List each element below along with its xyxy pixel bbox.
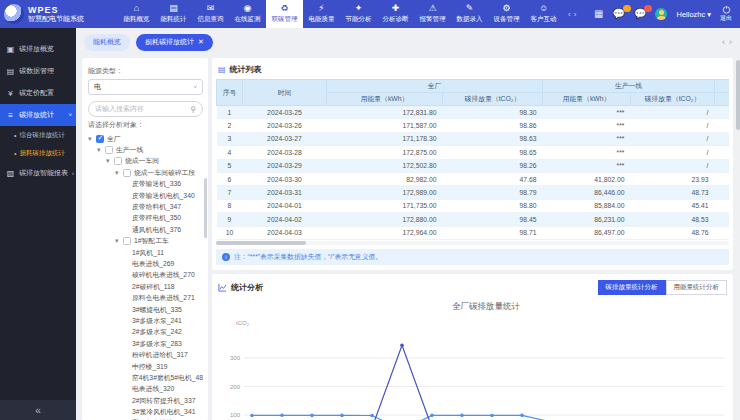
- sidebar-item-0[interactable]: ▣碳排放概览: [0, 38, 76, 60]
- user-menu[interactable]: Hellozhc ▾: [676, 10, 711, 19]
- vscroll-thumb[interactable]: [736, 60, 740, 130]
- search-icon: ⚲: [190, 105, 196, 114]
- nav-arrow-right-icon[interactable]: ›: [574, 10, 577, 19]
- tree-checkbox[interactable]: [96, 135, 104, 143]
- tree-node-9[interactable]: ▾1#智配工车: [88, 236, 203, 247]
- tree-node-17[interactable]: 2#多级水泵_242: [88, 327, 203, 338]
- data-point-series-indigo[interactable]: [400, 343, 404, 347]
- tree-caret-icon[interactable]: ▾: [115, 169, 123, 177]
- tree-scrollbar[interactable]: [204, 178, 207, 238]
- tree-node-19[interactable]: 粉碎机进给机_317: [88, 349, 203, 360]
- bullet-icon: •: [14, 132, 16, 139]
- data-point-series-lightblue[interactable]: [520, 414, 524, 418]
- stats-table-title: 统计列表: [230, 64, 262, 75]
- tree-checkbox[interactable]: [123, 237, 131, 245]
- data-point-series-lightblue[interactable]: [280, 414, 284, 418]
- sidebar-item-2[interactable]: ¥碳定价配置: [0, 82, 76, 104]
- tree-checkbox[interactable]: [114, 157, 122, 165]
- table-hscrollbar[interactable]: [216, 241, 729, 245]
- apps-grid-icon[interactable]: ▦: [594, 9, 603, 19]
- tree-caret-icon[interactable]: ▾: [97, 146, 105, 154]
- data-point-series-lightblue[interactable]: [430, 414, 434, 418]
- nav-item-7[interactable]: ✚分析诊断: [377, 0, 414, 28]
- sidebar-item-4[interactable]: ▧碳排放智能报表›: [0, 162, 76, 184]
- tab-arrow-left-icon[interactable]: ‹: [722, 37, 725, 47]
- data-point-series-lightblue[interactable]: [340, 414, 344, 418]
- tree-search-input[interactable]: 请输入搜索内容 ⚲: [88, 101, 203, 117]
- tree-node-20[interactable]: 中控楼_319: [88, 361, 203, 372]
- tree-node-14[interactable]: 原料仓电表进线_271: [88, 292, 203, 303]
- sidebar-subitem-3-0[interactable]: •综合碳排放统计: [0, 126, 76, 144]
- sidebar-item-1[interactable]: ▤碳数据管理: [0, 60, 76, 82]
- nav-arrow-left-icon[interactable]: ‹: [568, 10, 571, 19]
- tree-node-2[interactable]: ▾烧成一车间: [88, 156, 203, 167]
- sidebar-caret-icon: ˅: [68, 112, 72, 118]
- tree-node-6[interactable]: 皮带给料机_347: [88, 201, 203, 212]
- tree-node-5[interactable]: 皮带输送机电机_340: [88, 190, 203, 201]
- nav-item-8[interactable]: ⚠报警管理: [414, 0, 451, 28]
- tree-node-18[interactable]: 3#多级水泵_283: [88, 338, 203, 349]
- notification-icon[interactable]: 💬: [634, 9, 646, 19]
- nav-item-2[interactable]: ✉信息查询: [192, 0, 229, 28]
- tree-node-10[interactable]: 1#风机_11: [88, 247, 203, 258]
- tree-node-21[interactable]: 窑4机3#磨机5#电机_48: [88, 372, 203, 383]
- chart-button-1[interactable]: 用能量统计分析: [666, 280, 728, 295]
- energy-type-select[interactable]: 电 ˅: [88, 79, 203, 95]
- tab-close-icon[interactable]: ✕: [198, 38, 204, 46]
- nav-item-11[interactable]: ☺客户互动: [525, 0, 562, 28]
- chart-button-0[interactable]: 碳排放量统计分析: [598, 280, 666, 295]
- tree-node-24[interactable]: 3#篦冷风机电机_341: [88, 406, 203, 417]
- message-icon[interactable]: 💬: [613, 9, 625, 19]
- nav-item-6[interactable]: ✦节能分析: [340, 0, 377, 28]
- tree-node-16[interactable]: 3#多级水泵_241: [88, 315, 203, 326]
- tree-node-15[interactable]: 3#螺旋电机_335: [88, 304, 203, 315]
- nav-item-0[interactable]: ⌂能耗概览: [118, 0, 155, 28]
- tree-checkbox[interactable]: [105, 146, 113, 154]
- page-tab-0[interactable]: 能耗概览: [84, 34, 130, 51]
- user-avatar[interactable]: [655, 8, 667, 20]
- main-scrollbar[interactable]: [735, 58, 740, 420]
- data-point-series-lightblue[interactable]: [310, 414, 314, 418]
- hscroll-thumb[interactable]: [216, 241, 306, 245]
- data-point-series-lightblue[interactable]: [370, 414, 374, 418]
- tree-node-label: 3#螺旋电机_335: [132, 305, 182, 315]
- nav-item-label: 节能分析: [346, 15, 372, 24]
- tree-node-7[interactable]: 皮带秤电机_350: [88, 213, 203, 224]
- sidebar-collapse-button[interactable]: «: [0, 400, 76, 420]
- table-cell: 98.63: [443, 132, 543, 145]
- tree-node-1[interactable]: ▾生产一线: [88, 144, 203, 155]
- tree-node-22[interactable]: 电表进线_320: [88, 384, 203, 395]
- nav-item-3[interactable]: ◉在线监测: [229, 0, 266, 28]
- tab-arrow-right-icon[interactable]: ›: [729, 37, 732, 47]
- tree-caret-icon[interactable]: ▾: [115, 237, 123, 245]
- logout-button[interactable]: 退出: [720, 5, 732, 23]
- tree-caret-icon[interactable]: ▾: [88, 135, 96, 143]
- tree-node-label: 1#风机_11: [132, 248, 164, 258]
- tree-node-0[interactable]: ▾全厂: [88, 133, 203, 144]
- tree-node-23[interactable]: 2#回转窑提升机_337: [88, 395, 203, 406]
- tree-node-12[interactable]: 破碎机电表进线_270: [88, 270, 203, 281]
- tree-node-4[interactable]: 皮带输送机_336: [88, 179, 203, 190]
- sidebar-subitem-3-1[interactable]: •损耗碳排放统计: [0, 144, 76, 162]
- tree-node-8[interactable]: 通风机电机_376: [88, 224, 203, 235]
- tree-node-13[interactable]: 2#破碎机_118: [88, 281, 203, 292]
- chart-panel-icon: [218, 283, 227, 292]
- nav-item-label: 在线监测: [235, 15, 261, 24]
- tree-node-11[interactable]: 电表进线_269: [88, 258, 203, 269]
- nav-item-5[interactable]: ⚡电能质量: [303, 0, 340, 28]
- nav-item-4[interactable]: ♻双碳管理: [266, 0, 303, 28]
- table-cell: 172,502.80: [327, 159, 443, 172]
- sub-header-0-0: 用能量（kWh）: [327, 93, 443, 106]
- tree-caret-icon[interactable]: ▾: [106, 157, 114, 165]
- tree-checkbox[interactable]: [123, 169, 131, 177]
- data-point-series-lightblue[interactable]: [490, 414, 494, 418]
- sidebar-item-3[interactable]: ≡碳排放统计˅: [0, 104, 76, 126]
- nav-item-9[interactable]: ✎数据录入: [451, 0, 488, 28]
- data-point-series-lightblue[interactable]: [250, 414, 254, 418]
- nav-item-10[interactable]: ⚙设备管理: [488, 0, 525, 28]
- tree-node-3[interactable]: ▾烧成一车间破碎工段: [88, 167, 203, 178]
- nav-item-1[interactable]: ▤能耗统计: [155, 0, 192, 28]
- page-tab-1[interactable]: 损耗碳排放统计✕: [136, 34, 213, 51]
- data-point-series-lightblue[interactable]: [460, 414, 464, 418]
- sidebar-item-icon: ¥: [6, 89, 15, 98]
